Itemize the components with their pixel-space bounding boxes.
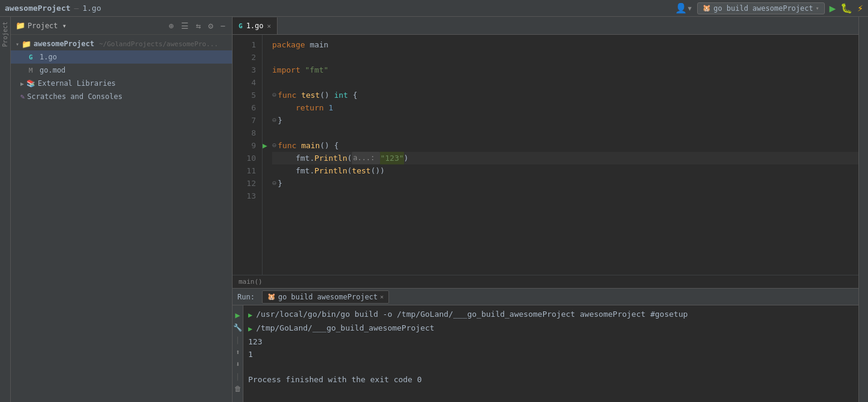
line-numbers: 1 2 3 4 5 6 7 8 9 10 11 12 13 xyxy=(233,35,263,275)
run-scroll-down[interactable]: ⬇ xyxy=(236,360,240,368)
run-out-123: 123 xyxy=(248,335,262,348)
tab-close-button[interactable]: ✕ xyxy=(267,22,272,30)
punct-12: } xyxy=(278,177,282,190)
code-content[interactable]: package main import "fmt" ⊖ func test() … xyxy=(263,35,858,275)
collapse-icon[interactable]: ⇆ xyxy=(194,20,203,32)
run-config-dropdown[interactable]: 🐹 go build awesomeProject ▾ xyxy=(697,2,824,14)
fn-test: test xyxy=(301,89,320,101)
kw-import: import xyxy=(272,64,300,76)
fold-icon-12: ⊖ xyxy=(272,177,276,190)
file-gomod-name: go.mod xyxy=(40,66,65,74)
scratch-icon: ✎ xyxy=(20,92,25,101)
run-play-button[interactable]: ▶ xyxy=(830,2,836,14)
line-num-9: 9 xyxy=(233,139,256,152)
line-num-12: 12 xyxy=(233,177,256,190)
line-num-8: 8 xyxy=(233,127,256,139)
run-output-line-4: 1 xyxy=(248,348,854,361)
editor-bottom-container: G 1.go ✕ 1 2 3 4 5 6 7 8 9 10 xyxy=(233,17,858,402)
settings-icon[interactable]: ⚙ xyxy=(206,20,215,32)
breadcrumb: main() xyxy=(233,275,858,288)
project-panel-label: Project ▾ xyxy=(28,22,67,30)
run-config-name: go build awesomeProject xyxy=(713,4,813,13)
title-bar-right: 👤▾ 🐹 go build awesomeProject ▾ ▶ 🐛 ⚡ xyxy=(675,2,863,14)
run-output-line-5 xyxy=(248,361,854,373)
line-num-11: 11 xyxy=(233,164,256,177)
run-tab-icon: 🐹 xyxy=(267,293,276,301)
fold-icon-5: ⊖ xyxy=(272,89,276,101)
code-line-10: fmt.Println(a...: "123") xyxy=(272,152,858,164)
file-mod-icon: M xyxy=(29,67,37,74)
run-arrow-icon-2: ▶ xyxy=(248,323,252,335)
fn-test-call: test xyxy=(352,164,370,177)
minimize-icon[interactable]: − xyxy=(219,20,227,32)
debug-button[interactable]: 🐛 xyxy=(840,2,852,14)
run-tab-build[interactable]: 🐹 go build awesomeProject ✕ xyxy=(262,290,389,304)
layout-icon[interactable]: ☰ xyxy=(179,20,191,32)
scratch-label: Scratches and Consoles xyxy=(27,92,122,101)
run-scroll-top[interactable]: ⬆ xyxy=(236,348,240,356)
run-tab-close[interactable]: ✕ xyxy=(380,293,384,300)
tree-file-1go[interactable]: G 1.go xyxy=(11,50,232,64)
kw-return: return xyxy=(296,101,324,114)
tree-external-libs[interactable]: ▶ 📚 External Libraries xyxy=(11,77,232,90)
title-bar: awesomeProject – 1.go 👤▾ 🐹 go build awes… xyxy=(0,0,868,17)
editor-tab-1go[interactable]: G 1.go ✕ xyxy=(233,17,278,34)
line-num-4: 4 xyxy=(233,76,256,89)
tree-scratches[interactable]: ✎ Scratches and Consoles xyxy=(11,90,232,103)
punct-10c: ) xyxy=(404,152,409,164)
import-fmt: "fmt" xyxy=(305,64,328,76)
tree-file-gomod[interactable]: M go.mod xyxy=(11,64,232,77)
main-layout: Project 📁 Project ▾ ⊕ ☰ ⇆ ⚙ − ▾ 📁 awesom… xyxy=(0,17,868,402)
run-gutter-icon[interactable]: ▶ xyxy=(263,139,267,152)
file-1go-name: 1.go xyxy=(40,53,57,61)
project-strip-label[interactable]: Project xyxy=(2,19,8,49)
run-label: Run: xyxy=(237,293,255,301)
pkg-fmt-2: fmt xyxy=(296,164,309,177)
run-output-line-2: ▶ /tmp/GoLand/___go_build_awesomeProject xyxy=(248,322,854,335)
code-line-13 xyxy=(272,190,858,202)
kw-func-1: func xyxy=(278,89,296,101)
add-icon[interactable]: ⊕ xyxy=(167,20,175,32)
title-bar-left: awesomeProject – 1.go xyxy=(5,4,101,13)
str-123: "123" xyxy=(380,152,403,164)
run-output-line-3: 123 xyxy=(248,335,854,348)
code-line-3: import "fmt" xyxy=(272,64,858,76)
code-line-2 xyxy=(272,51,858,64)
kw-func-2: func xyxy=(278,139,296,152)
run-output-line-1: ▶ /usr/local/go/bin/go build -o /tmp/GoL… xyxy=(248,308,854,322)
project-toolbar-title: 📁 Project ▾ xyxy=(16,21,163,30)
line-num-6: 6 xyxy=(233,101,256,114)
punct-11c: ()) xyxy=(370,164,384,177)
file-go-icon-1: G xyxy=(29,53,37,61)
line-num-3: 3 xyxy=(233,64,256,76)
punct-11a: . xyxy=(310,164,315,177)
punct-10a: . xyxy=(310,152,315,164)
punct-7: } xyxy=(278,114,282,127)
code-line-6: return 1 xyxy=(272,101,858,114)
fn-main: main xyxy=(301,139,320,152)
code-editor[interactable]: 1 2 3 4 5 6 7 8 9 10 11 12 13 xyxy=(233,35,858,275)
run-side-controls: ▶ 🔧 | ⬆ ⬇ | 🗑 xyxy=(233,308,242,393)
punct-5a: () xyxy=(320,89,330,101)
line-num-7: 7 xyxy=(233,114,256,127)
type-int: int xyxy=(334,89,348,101)
pkg-fmt-1: fmt xyxy=(296,152,309,164)
project-tree: ▾ 📁 awesomeProject ~/GolandProjects/awes… xyxy=(11,35,232,402)
tree-root-project[interactable]: ▾ 📁 awesomeProject ~/GolandProjects/awes… xyxy=(11,37,232,50)
root-chevron: ▾ xyxy=(16,41,19,47)
user-icon[interactable]: 👤▾ xyxy=(675,2,693,14)
code-line-1: package main xyxy=(272,38,858,51)
run-process-finished: Process finished with the exit code 0 xyxy=(248,373,422,386)
title-filename: 1.go xyxy=(82,4,101,13)
run-trash[interactable]: 🗑 xyxy=(234,385,242,393)
tab-label: 1.go xyxy=(246,22,264,30)
fn-println-2: Println xyxy=(314,164,347,177)
run-wrench-side[interactable]: 🔧 xyxy=(233,323,242,332)
extra-button[interactable]: ⚡ xyxy=(857,2,863,14)
root-project-name: awesomeProject xyxy=(34,40,94,48)
run-sep2: | xyxy=(236,372,240,381)
run-cmd-2: /tmp/GoLand/___go_build_awesomeProject xyxy=(256,322,434,334)
punct-5b: { xyxy=(352,89,357,101)
code-line-4 xyxy=(272,76,858,89)
run-play-side[interactable]: ▶ xyxy=(235,310,240,320)
